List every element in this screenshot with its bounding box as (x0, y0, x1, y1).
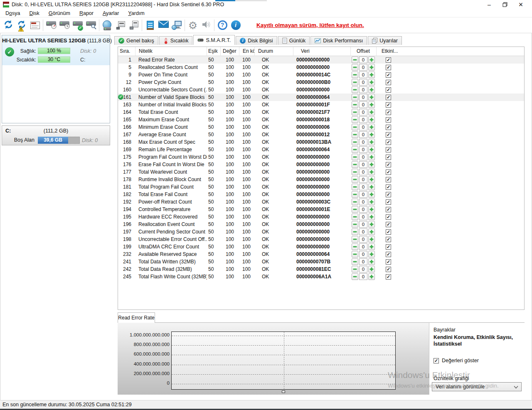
offset-increase-button[interactable] (368, 236, 375, 243)
disk-eject-button[interactable] (127, 19, 140, 32)
offset-decrease-button[interactable] (352, 169, 358, 175)
enabled-checkbox[interactable]: ✓ (386, 244, 391, 250)
offset-value[interactable]: 0 (359, 71, 367, 78)
enabled-checkbox[interactable]: ✓ (386, 57, 391, 63)
enabled-checkbox[interactable]: ✓ (386, 207, 391, 212)
table-row[interactable]: 181Total Program Fail Count50100100OK000… (118, 183, 524, 191)
offset-value[interactable]: 0 (359, 64, 367, 71)
table-row[interactable]: 168Max Erase Count of Spec50100100OK0000… (118, 138, 524, 146)
enabled-checkbox[interactable]: ✓ (386, 214, 391, 220)
offset-value[interactable]: 0 (359, 79, 367, 86)
table-row[interactable]: ✓161Number of Valid Spare Blocks50100100… (118, 93, 524, 101)
offset-increase-button[interactable] (368, 64, 375, 71)
tab-sicaklik[interactable]: Sıcaklık (159, 36, 193, 45)
offset-increase-button[interactable] (368, 206, 375, 213)
offset-decrease-button[interactable] (352, 251, 358, 258)
offset-value[interactable]: 0 (359, 251, 367, 258)
enabled-checkbox[interactable]: ✓ (386, 110, 391, 115)
offset-increase-button[interactable] (368, 131, 375, 138)
enabled-checkbox[interactable]: ✓ (386, 184, 391, 190)
enabled-checkbox[interactable]: ✓ (386, 155, 391, 160)
menu-item-görünüm[interactable]: Görünüm (44, 9, 75, 17)
sound-button[interactable] (200, 19, 213, 32)
enabled-checkbox[interactable]: ✓ (386, 169, 391, 175)
menu-item-yardım[interactable]: Yardım (123, 9, 149, 17)
offset-decrease-button[interactable] (352, 176, 358, 183)
restore-button[interactable] (497, 0, 513, 9)
offset-decrease-button[interactable] (352, 79, 358, 86)
offset-decrease-button[interactable] (352, 206, 358, 213)
enabled-checkbox[interactable]: ✓ (386, 199, 391, 205)
offset-value[interactable]: 0 (359, 86, 367, 93)
table-row[interactable]: 241Total Data Written (32MB)50100100OK00… (118, 258, 524, 265)
enabled-checkbox[interactable]: ✓ (386, 274, 391, 280)
offset-increase-button[interactable] (368, 101, 375, 108)
table-row[interactable]: 167Average Erase Count50100100OK00000000… (118, 131, 524, 138)
enabled-checkbox[interactable]: ✓ (386, 65, 391, 70)
registration-notice-link[interactable]: Kayıtlı olmayan sürüm, lütfen kayıt olun… (256, 22, 364, 28)
offset-increase-button[interactable] (368, 199, 375, 205)
offset-decrease-button[interactable] (352, 64, 358, 71)
table-row[interactable]: 182Total Erase Fail Count50100100OK00000… (118, 191, 524, 198)
disk-remove-button[interactable] (114, 19, 127, 32)
table-row[interactable]: 163Number of Initial Invalid Blocks50100… (118, 101, 524, 108)
offset-increase-button[interactable] (368, 258, 375, 265)
offset-increase-button[interactable] (368, 228, 375, 235)
offset-value[interactable]: 0 (359, 214, 367, 220)
table-row[interactable]: 165Maximum Erase Count50100100OK00000000… (118, 116, 524, 123)
enabled-checkbox[interactable]: ✓ (386, 95, 391, 100)
offset-value[interactable]: 0 (359, 236, 367, 243)
table-row[interactable]: 169Remain Life Percentage50100100OK00000… (118, 146, 524, 153)
table-row[interactable]: 5Reallocated Sectors Count50100100OK0000… (118, 64, 524, 71)
offset-value[interactable]: 0 (359, 191, 367, 198)
table-row[interactable]: 192Power-off Retract Count50100100OK0000… (118, 198, 524, 206)
offset-increase-button[interactable] (368, 184, 375, 190)
table-row[interactable]: 177Total Wearlevel Count50100100OK000000… (118, 168, 524, 176)
close-button[interactable]: × (513, 0, 529, 9)
offset-value[interactable]: 0 (359, 124, 367, 130)
offset-value[interactable]: 0 (359, 266, 367, 273)
offset-decrease-button[interactable] (352, 154, 358, 160)
mail-button[interactable] (157, 19, 170, 32)
column-header-esik[interactable]: Eşik (207, 47, 221, 56)
offset-value[interactable]: 0 (359, 169, 367, 175)
enabled-checkbox[interactable]: ✓ (386, 140, 391, 145)
enabled-checkbox[interactable]: ✓ (386, 117, 391, 123)
enabled-checkbox[interactable]: ✓ (386, 222, 391, 227)
table-row[interactable]: 242Total Data Read (32MB)50100100OK00000… (118, 265, 524, 273)
enabled-checkbox[interactable]: ✓ (386, 229, 391, 235)
enabled-checkbox[interactable]: ✓ (386, 87, 391, 93)
offset-increase-button[interactable] (368, 221, 375, 228)
offset-increase-button[interactable] (368, 251, 375, 258)
chart-position-marker[interactable] (282, 390, 285, 393)
table-row[interactable]: 178Runtime Invalid Block Count50100100OK… (118, 176, 524, 183)
enabled-checkbox[interactable]: ✓ (386, 125, 391, 130)
show-values-checkbox[interactable]: ✓ (433, 358, 439, 363)
network-monitor-button[interactable] (170, 19, 183, 32)
offset-increase-button[interactable] (368, 214, 375, 220)
column-header-nitelik[interactable]: Nitelik (135, 47, 207, 56)
tab-uyarilar[interactable]: Uyarılar (368, 36, 402, 45)
offset-increase-button[interactable] (368, 79, 375, 86)
offset-value[interactable]: 0 (359, 109, 367, 115)
offset-value[interactable]: 0 (359, 116, 367, 123)
table-row[interactable]: 245Total Flash Write Count (32MB)5010010… (118, 273, 524, 280)
table-row[interactable]: 9Power On Time Count50100100OK0000000001… (118, 71, 524, 79)
offset-decrease-button[interactable] (352, 161, 358, 168)
tab-disk-performansi[interactable]: Disk Performansı (310, 36, 367, 45)
enabled-checkbox[interactable]: ✓ (386, 72, 391, 78)
enabled-checkbox[interactable]: ✓ (386, 102, 391, 108)
tab-smart[interactable]: S.M.A.R.T. (193, 35, 235, 45)
offset-decrease-button[interactable] (352, 124, 358, 130)
column-header-durum[interactable]: Durum (255, 47, 293, 56)
table-row[interactable]: 194Controlled Temperature50100100OK00000… (118, 206, 524, 213)
offset-increase-button[interactable] (368, 94, 375, 101)
network-disk-button[interactable] (101, 19, 114, 32)
offset-value[interactable]: 0 (359, 94, 367, 101)
offset-increase-button[interactable] (368, 266, 375, 273)
table-row[interactable]: 195Hardware ECC Recovered50100100OK00000… (118, 213, 524, 221)
table-row[interactable]: 232Available Reserved Space50100100OK000… (118, 250, 524, 258)
offset-increase-button[interactable] (368, 273, 375, 280)
table-row[interactable]: 164Total Erase Count50100100OK0000000021… (118, 108, 524, 116)
disk-test-button[interactable]: ✓ (71, 19, 84, 32)
